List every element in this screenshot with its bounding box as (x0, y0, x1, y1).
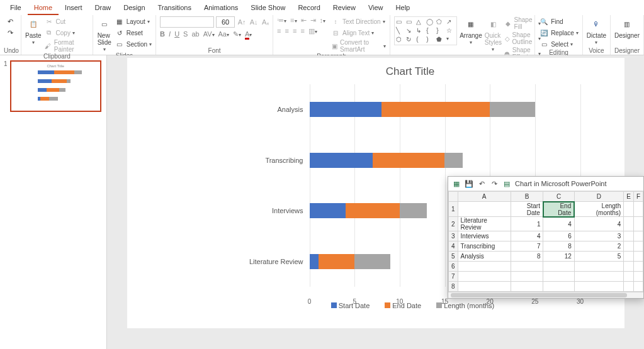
layout-button[interactable]: ▦Layout▾ (115, 16, 152, 26)
cell[interactable] (511, 262, 543, 272)
format-painter-button[interactable]: 🖌Format Painter (44, 39, 89, 53)
tab-transitions[interactable]: Transitions (152, 1, 198, 15)
cell[interactable] (633, 241, 643, 252)
convert-smartart-button[interactable]: ▣Convert to SmartArt▾ (330, 39, 386, 53)
bold-button[interactable]: B (160, 30, 165, 38)
cell[interactable]: 4 (543, 217, 574, 231)
col-header[interactable]: E (624, 192, 634, 202)
redo-icon[interactable]: ↷ (490, 179, 499, 188)
col-header[interactable] (449, 192, 458, 202)
cell[interactable] (624, 202, 634, 217)
undo-icon[interactable]: ↶ (6, 16, 16, 26)
horizontal-scrollbar[interactable] (448, 292, 643, 298)
cell[interactable] (574, 272, 623, 282)
cell[interactable]: Analysis (458, 252, 511, 262)
cell[interactable] (458, 272, 511, 282)
cell[interactable]: 2 (574, 241, 623, 252)
cell[interactable]: 7 (511, 241, 543, 252)
cell[interactable]: 8 (511, 252, 543, 262)
cell[interactable]: End Date (543, 202, 574, 217)
indent-inc-button[interactable]: ⇥ (310, 16, 316, 25)
cell[interactable] (543, 262, 574, 272)
undo-icon[interactable]: ↶ (477, 179, 486, 188)
cell[interactable]: 8 (543, 241, 574, 252)
cell[interactable] (511, 272, 543, 282)
select-button[interactable]: ▭Select▾ (539, 39, 579, 49)
tab-animations[interactable]: Animations (198, 1, 244, 15)
text-direction-button[interactable]: ↕Text Direction▾ (330, 16, 386, 26)
italic-button[interactable]: I (169, 30, 171, 38)
copy-button[interactable]: ⧉Copy▾ (44, 28, 89, 38)
strike-button[interactable]: S (183, 30, 188, 38)
cell[interactable] (574, 282, 623, 292)
cell[interactable]: 5 (449, 252, 458, 262)
cell[interactable] (574, 262, 623, 272)
cell[interactable] (458, 282, 511, 292)
tab-help[interactable]: Help (390, 1, 417, 15)
col-header[interactable]: C (543, 192, 574, 202)
slide-thumbnail[interactable]: Chart Title (10, 60, 101, 112)
paste-button[interactable]: 📋 Paste ▾ (25, 16, 42, 45)
tab-draw[interactable]: Draw (89, 1, 118, 15)
cell[interactable] (633, 272, 643, 282)
tab-review[interactable]: Review (327, 1, 362, 15)
cell[interactable] (543, 272, 574, 282)
cell[interactable]: Interviews (458, 231, 511, 241)
cell[interactable]: 7 (449, 272, 458, 282)
designer-button[interactable]: ▥Designer (614, 16, 640, 39)
col-header[interactable]: B (511, 192, 543, 202)
highlight-button[interactable]: ✎▾ (233, 30, 241, 38)
tab-home[interactable]: Home (28, 1, 59, 15)
cell[interactable]: 1 (449, 202, 458, 217)
spacing-button[interactable]: AV▾ (203, 30, 215, 38)
cell[interactable] (633, 252, 643, 262)
align-center-button[interactable]: ≡ (285, 27, 289, 35)
cell[interactable] (511, 282, 543, 292)
cell[interactable]: 5 (574, 252, 623, 262)
cell[interactable]: 1 (511, 217, 543, 231)
cell[interactable]: 3 (449, 231, 458, 241)
shadow-button[interactable]: ab (191, 30, 199, 38)
cell[interactable]: 4 (511, 231, 543, 241)
cell[interactable] (624, 231, 634, 241)
cell[interactable]: 4 (574, 217, 623, 231)
shapes-gallery[interactable]: ▭▭△◯⬠↗ ╲↘↳{}☆ ⬡↻()⬟▾ (394, 16, 457, 45)
col-header[interactable]: A (458, 192, 511, 202)
clear-format-icon[interactable]: Aₓ (261, 17, 271, 27)
cell[interactable] (624, 262, 634, 272)
tab-file[interactable]: File (4, 1, 28, 15)
cell[interactable]: 8 (449, 282, 458, 292)
cell[interactable]: Start Date (511, 202, 543, 217)
data-window-titlebar[interactable]: ▦ 💾 ↶ ↷ ▤ Chart in Microsoft PowerPoint (448, 177, 643, 191)
tab-slide-show[interactable]: Slide Show (244, 1, 291, 15)
align-left-button[interactable]: ≡ (277, 27, 281, 35)
columns-button[interactable]: ▥▾ (308, 27, 317, 35)
cell[interactable]: 2 (449, 217, 458, 231)
save-icon[interactable]: 💾 (465, 179, 473, 188)
bullets-button[interactable]: ≔▾ (277, 16, 286, 25)
cell[interactable] (543, 282, 574, 292)
cell[interactable] (633, 202, 643, 217)
cell[interactable]: 6 (449, 262, 458, 272)
tab-insert[interactable]: Insert (59, 1, 89, 15)
cell[interactable] (633, 217, 643, 231)
cut-button[interactable]: ✂Cut (44, 16, 89, 26)
cell[interactable] (458, 202, 511, 217)
cell[interactable] (624, 217, 634, 231)
font-color-button[interactable]: A▾ (245, 30, 252, 38)
cell[interactable] (633, 282, 643, 292)
cell[interactable] (624, 252, 634, 262)
cell[interactable] (624, 282, 634, 292)
tab-record[interactable]: Record (291, 1, 326, 15)
tab-view[interactable]: View (362, 1, 390, 15)
font-family-select[interactable] (160, 16, 214, 28)
cell[interactable]: 6 (543, 231, 574, 241)
cell[interactable] (633, 262, 643, 272)
cell[interactable]: Length (months) (574, 202, 623, 217)
arrange-button[interactable]: ▦Arrange▾ (460, 16, 482, 45)
data-grid[interactable]: ABCDEF1Start DateEnd DateLength (months)… (448, 191, 643, 292)
case-button[interactable]: Aa▾ (218, 30, 229, 38)
cell[interactable] (624, 272, 634, 282)
redo-icon[interactable]: ↷ (6, 28, 16, 38)
indent-dec-button[interactable]: ⇤ (301, 16, 307, 25)
